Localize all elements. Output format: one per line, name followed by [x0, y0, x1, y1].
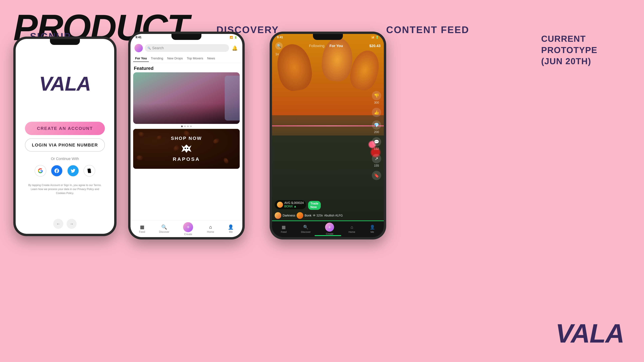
me-label: Me	[229, 231, 233, 233]
comment-action[interactable]: 💬 132	[372, 137, 381, 151]
or-continue-label: Or Continue With	[51, 157, 79, 161]
signup-vala-logo: VALA	[39, 72, 91, 95]
nav-home[interactable]: ⌂ Home	[207, 225, 214, 233]
nav-discover[interactable]: 🔍 Discover	[159, 224, 169, 233]
home-indicator	[314, 235, 341, 236]
feed-nav-me[interactable]: 👤 Me	[370, 225, 375, 233]
signup-screen: VALA CREATE AN ACCOUNT LOGIN VIA PHONE N…	[16, 39, 114, 234]
comment-count: 132	[374, 147, 379, 151]
twitter-signin-icon[interactable]	[67, 165, 79, 177]
phone-content-feed: 9:41 📶 🔋 🔍 Following For You $20.43 1x	[270, 31, 386, 239]
carousel-dot-2	[187, 126, 189, 127]
user-avatar-feed	[275, 212, 281, 219]
nav-me[interactable]: 👤 Me	[228, 224, 234, 233]
feed-progress-bar	[272, 221, 384, 221]
search-icon: 🔍	[148, 46, 151, 50]
feed-nav-create[interactable]: + Create	[325, 223, 334, 235]
create-account-button[interactable]: CREATE AN ACCOUNT	[25, 122, 105, 135]
phone-signup: VALA CREATE AN ACCOUNT LOGIN VIA PHONE N…	[13, 36, 116, 236]
shop-banner[interactable]: SHOP NOW RAPOSA	[133, 129, 240, 169]
apple-signin-icon[interactable]	[84, 165, 95, 177]
bonk-avatar	[296, 212, 303, 219]
feed-nav-feed[interactable]: ▦ Feed	[281, 225, 286, 233]
fox-icon	[180, 144, 193, 155]
tab-trending[interactable]: Trending	[149, 55, 165, 62]
login-phone-button[interactable]: LOGIN VIA PHONE NUMBER	[25, 138, 105, 152]
comment-icon[interactable]: 💬	[372, 137, 381, 146]
featured-carousel[interactable]	[133, 72, 240, 124]
nav-forward-arrow[interactable]: →	[66, 219, 76, 229]
feed-nav-feed-label: Feed	[281, 231, 286, 233]
wifi-icon: 📶	[230, 36, 233, 39]
carousel-dots	[130, 126, 242, 127]
tab-top-movers[interactable]: Top Movers	[185, 55, 205, 62]
feed-search-icon[interactable]: 🔍	[275, 42, 283, 49]
section-label-contentfeed: CONTENT FEED	[386, 24, 469, 35]
dislike-action[interactable]: 👎 300	[372, 91, 381, 104]
user-avatar[interactable]	[134, 44, 143, 52]
feed-nav-home-icon: ⌂	[350, 225, 353, 230]
feed-nav-me-label: Me	[370, 231, 374, 233]
dislike-icon[interactable]: 👎	[372, 91, 381, 100]
tab-for-you[interactable]: For You	[133, 55, 149, 62]
feed-screen: 9:41 📶 🔋 🔍 Following For You $20.43 1x	[272, 34, 384, 237]
carousel-dot-0	[181, 126, 183, 127]
tab-for-you-feed[interactable]: For You	[330, 44, 343, 48]
facebook-signin-icon[interactable]	[51, 165, 62, 177]
signup-content: VALA CREATE AN ACCOUNT LOGIN VIA PHONE N…	[16, 39, 114, 234]
price-trade-row: AVG $,000024 BONX ▲ TradeNow	[275, 200, 381, 211]
feed-nav-discover-label: Discover	[301, 231, 310, 233]
feed-zoom-level: 1x	[275, 52, 279, 56]
vala-brand-bottom: VALA	[556, 318, 624, 349]
diamond-action[interactable]: 💎 200	[372, 120, 381, 134]
view-count: 325k	[316, 214, 323, 217]
dislike-count: 300	[374, 101, 379, 104]
tab-news[interactable]: News	[205, 55, 217, 62]
feed-nav-create-label: Create	[326, 232, 334, 235]
feed-icon: ▦	[140, 224, 144, 230]
feed-hashtags: #bullish #LFG	[324, 214, 381, 217]
bookmark-action[interactable]: 🔖	[372, 171, 381, 180]
feed-right-actions: 👎 300 👍 💎 200 💬 132 ↗ 155	[372, 91, 381, 180]
carousel-dot-3	[190, 126, 192, 127]
feed-bottom-info: AVG $,000024 BONX ▲ TradeNow Darkness Bo…	[272, 200, 384, 219]
carousel-dot-1	[184, 126, 186, 127]
feed-nav-me-icon: 👤	[370, 225, 375, 230]
phone-notch	[50, 39, 80, 45]
nav-feed[interactable]: ▦ Feed	[139, 224, 145, 233]
shop-now-text: SHOP NOW	[171, 136, 202, 141]
like-icon[interactable]: 👍	[372, 108, 381, 117]
feed-nav-discover[interactable]: 🔍 Discover	[301, 225, 310, 233]
feed-create-button[interactable]: +	[325, 223, 334, 232]
diamond-icon[interactable]: 💎	[372, 120, 381, 130]
trade-now-button[interactable]: TradeNow	[308, 201, 321, 210]
nav-back-arrow[interactable]: ←	[53, 219, 63, 229]
nav-create[interactable]: + Create	[183, 222, 193, 236]
ticker-change: BONX ▲	[284, 205, 296, 208]
status-time: 9:41	[136, 35, 142, 39]
bookmark-icon[interactable]: 🔖	[372, 171, 381, 180]
raposa-logo: RAPOSA	[173, 144, 200, 162]
notification-bell[interactable]: 🔔	[231, 44, 238, 52]
search-bar[interactable]: 🔍 Search	[145, 44, 229, 52]
home-label: Home	[207, 231, 214, 233]
like-action[interactable]: 👍	[372, 108, 381, 117]
discovery-tabs: For You Trending New Drops Top Movers Ne…	[130, 54, 242, 63]
price-text: AVG $,000024 BONX ▲	[284, 201, 304, 208]
feed-battery-icon: 🔋	[376, 36, 379, 39]
tab-new-drops[interactable]: New Drops	[165, 55, 185, 62]
status-bar-discovery: 9:41 📶 🔋	[130, 35, 242, 39]
feed-balance: $20.43	[369, 44, 380, 48]
google-signin-icon[interactable]	[34, 165, 46, 177]
svg-point-0	[184, 148, 186, 149]
share-icon[interactable]: ↗	[372, 154, 381, 163]
feed-nav-home[interactable]: ⌂ Home	[348, 225, 355, 233]
discover-icon: 🔍	[161, 224, 167, 230]
tab-following[interactable]: Following	[309, 44, 324, 48]
create-button[interactable]: +	[183, 222, 193, 232]
diamond-count: 200	[374, 130, 379, 134]
discover-label: Discover	[159, 231, 169, 233]
search-placeholder: Search	[152, 46, 164, 50]
share-action[interactable]: ↗ 155	[372, 154, 381, 167]
feed-status-time: 9:41	[277, 35, 283, 39]
